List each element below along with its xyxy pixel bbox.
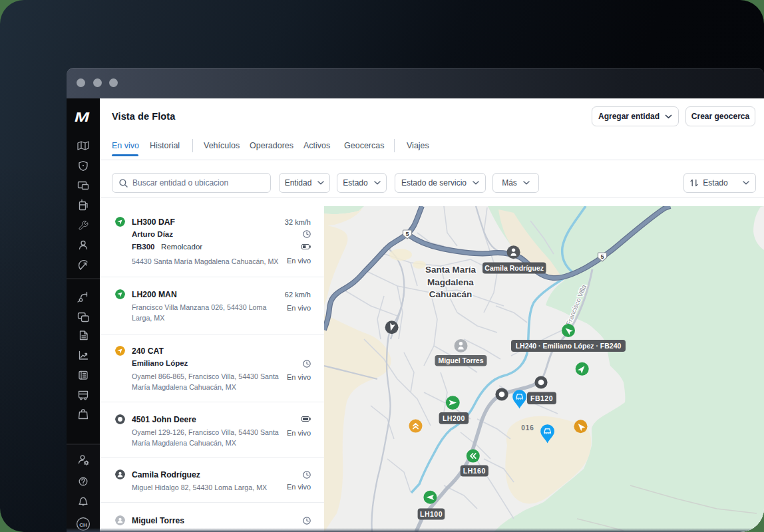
svg-text:LH200: LH200: [443, 414, 465, 422]
svg-text:LH240 · Emiliano López · FB240: LH240 · Emiliano López · FB240: [516, 342, 622, 350]
svg-text:Cahuacán: Cahuacán: [429, 289, 473, 299]
svg-text:LH160: LH160: [463, 467, 486, 475]
svg-text:016: 016: [521, 424, 534, 432]
svg-text:Miguel Torres: Miguel Torres: [438, 356, 483, 364]
svg-text:Santa María: Santa María: [425, 265, 476, 275]
svg-text:Camila Rodríguez: Camila Rodríguez: [484, 264, 544, 272]
svg-text:5: 5: [600, 253, 604, 260]
svg-text:FB120: FB120: [530, 394, 553, 402]
svg-text:Magdalena: Magdalena: [427, 277, 474, 287]
svg-text:LH100: LH100: [420, 510, 443, 518]
svg-text:CH: CH: [79, 522, 87, 528]
svg-text:M: M: [75, 109, 90, 124]
svg-text:5: 5: [405, 231, 409, 237]
